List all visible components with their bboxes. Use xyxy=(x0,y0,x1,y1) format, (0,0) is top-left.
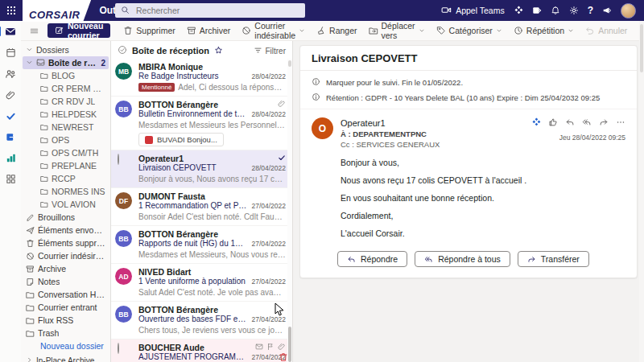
sidebar-item-elements-supprimes[interactable]: Éléments supprimés xyxy=(23,237,109,249)
files-attachment-icon[interactable] xyxy=(6,90,16,101)
sidebar-item-blog[interactable]: BLOG xyxy=(23,69,109,82)
toolbar-deplacer-vers[interactable]: Déplacer vers xyxy=(363,21,431,40)
filter-button[interactable]: Filtrer xyxy=(254,46,286,56)
whats-new-megaphone-icon[interactable] xyxy=(602,6,612,15)
sender-name[interactable]: Operateur1 xyxy=(341,117,531,130)
user-avatar[interactable] xyxy=(621,3,636,19)
list-item[interactable]: BOUCHER AudeAJUSTEMENT PROGRAMME JUIN222… xyxy=(111,339,292,362)
mail-module-icon[interactable] xyxy=(5,26,16,37)
list-scrollbar[interactable] xyxy=(287,59,292,362)
list-item[interactable]: BBBOTTON BérangèreRapports de nuit (HG) … xyxy=(111,226,292,264)
sidebar-item-courrier-entrant[interactable]: Courrier entrant xyxy=(23,301,109,314)
chev-icon xyxy=(26,46,33,53)
sidebar-item-courrier-indesirable[interactable]: Courrier indésirable xyxy=(23,249,109,262)
list-item[interactable]: MBMBIRA MoniqueRe Badge Instructeurs28/0… xyxy=(111,59,292,97)
compose-icon xyxy=(55,26,64,35)
sidebar-item-vol-avion[interactable]: VOL AVION xyxy=(23,198,109,211)
reply-all-icon[interactable] xyxy=(582,117,592,129)
app-shortcut-icon[interactable] xyxy=(6,132,16,142)
chev-icon xyxy=(419,27,425,34)
sidebar-item-trash[interactable]: Trash xyxy=(23,327,109,339)
list-item[interactable]: Operateur1Livraison CEPOVETT28/04/2022Bo… xyxy=(111,150,292,188)
message-date: 27/04/2022 xyxy=(251,278,286,286)
collapse-folder-pane-icon[interactable] xyxy=(24,26,44,36)
list-item[interactable]: ADNIVED Bidart1 Vente uniforme à populat… xyxy=(111,264,292,302)
sidebar-item-flux-rss[interactable]: Flux RSS xyxy=(23,314,109,327)
todo-icon xyxy=(6,111,16,121)
like-icon[interactable] xyxy=(548,117,558,129)
favorite-star-icon[interactable] xyxy=(214,46,223,56)
sidebar-item-rccp[interactable]: RCCP xyxy=(23,172,109,185)
sender-name: DUMONT Fausta xyxy=(138,191,286,201)
sidebar-item-ops-cm-th[interactable]: OPS CM/TH xyxy=(23,146,109,159)
todo-check-icon[interactable] xyxy=(6,111,16,121)
toolbar-courrier-indesirable[interactable]: Courrier indésirable xyxy=(236,21,311,40)
attachment-chip[interactable]: BUVADI Bonjou... xyxy=(138,133,224,146)
list-item[interactable]: BBBOTTON BérangèreOuverture des bases FD… xyxy=(111,302,292,339)
toolbar-repetition[interactable]: Répétition xyxy=(508,21,580,40)
toolbar-categoriser[interactable]: Catégoriser xyxy=(431,21,508,40)
search-input[interactable] xyxy=(134,5,275,16)
select-circle[interactable] xyxy=(118,343,119,354)
toolbar-ranger[interactable]: Ranger xyxy=(311,21,362,40)
like-icon xyxy=(548,117,558,127)
circlecheck-icon xyxy=(118,45,127,55)
star-icon xyxy=(214,46,223,55)
sidebar-item-cr-perm-pnc[interactable]: CR PERM PNC xyxy=(23,82,109,95)
sidebar-item-preplane[interactable]: PREPLANE xyxy=(23,159,109,172)
in-place-archive[interactable]: In-Place Archive -M'HARI Adel xyxy=(23,354,109,362)
list-item[interactable]: DFDUMONT Fausta1 Recommandation QP et PN… xyxy=(111,188,292,226)
planner-app-icon[interactable] xyxy=(6,153,16,163)
sidebar-item-inbox[interactable]: Boîte de réception 2 xyxy=(23,56,109,69)
select-all-icon[interactable] xyxy=(118,45,127,56)
sidebar-item-helpdesk[interactable]: HELPDESK xyxy=(23,108,109,121)
sidebar-item-cr-rdv-jl[interactable]: CR RDV JL xyxy=(23,95,109,108)
apparrow-icon xyxy=(6,132,16,142)
list-item[interactable]: BBBOTTON BérangèreBulletin Environnement… xyxy=(111,97,292,150)
repondre-button[interactable]: Répondre xyxy=(337,251,407,267)
teams-app-icon[interactable] xyxy=(514,6,523,15)
toolbar-annuler[interactable]: Annuler xyxy=(580,21,633,40)
topbar-actions: Appel Teams ? xyxy=(441,3,644,19)
reply-icon xyxy=(565,117,575,127)
sidebar-item-newrest[interactable]: NEWREST xyxy=(23,121,109,134)
app-launcher-icon[interactable] xyxy=(0,0,23,21)
help-icon[interactable]: ? xyxy=(588,5,593,16)
forward-icon[interactable] xyxy=(599,117,609,129)
people-module-icon[interactable] xyxy=(5,68,16,80)
teams-call-button[interactable]: Appel Teams xyxy=(441,5,505,17)
sidebar-item-elements-envoyes[interactable]: Éléments envoyés xyxy=(23,224,109,237)
search-box[interactable] xyxy=(115,3,305,18)
folders-header[interactable]: Dossiers xyxy=(23,43,109,56)
sidebar-item-notes[interactable]: Notes xyxy=(23,275,109,288)
sidebar-item-archive[interactable]: Archive xyxy=(23,262,109,275)
sender-avatar[interactable]: O xyxy=(312,117,333,139)
toolbar-supprimer[interactable]: Supprimer xyxy=(118,21,180,40)
message-date: 28/04/2022 xyxy=(251,110,286,118)
new-folder-link[interactable]: Nouveau dossier xyxy=(23,339,109,352)
sidebar-item-normes-ins[interactable]: NORMES INS xyxy=(23,185,109,198)
repondre-a-tous-button[interactable]: Répondre à tous xyxy=(415,251,510,267)
avatar: MB xyxy=(115,63,132,80)
clip-icon xyxy=(278,343,286,351)
avatar: BB xyxy=(115,101,132,117)
new-mail-button[interactable]: Nouveau courrier xyxy=(47,23,110,38)
calendar-module-icon[interactable] xyxy=(6,47,16,58)
notifications-bell-icon[interactable] xyxy=(551,6,560,15)
page-scrollbar[interactable] xyxy=(639,21,644,362)
addin-apps-icon[interactable] xyxy=(531,117,541,129)
sidebar-item-conversation-history[interactable]: Conversation History xyxy=(23,288,109,301)
transferer-button[interactable]: Transférer xyxy=(518,251,589,267)
sidebar-item-brouillons[interactable]: Brouillons xyxy=(23,211,109,224)
reply-icon[interactable] xyxy=(565,117,575,129)
settings-gear-icon[interactable] xyxy=(569,6,579,15)
chev-icon xyxy=(568,27,574,34)
more-options-icon[interactable] xyxy=(616,117,625,129)
select-circle[interactable] xyxy=(118,154,119,165)
sidebar-item-ops[interactable]: OPS xyxy=(23,134,109,146)
more-apps-icon[interactable] xyxy=(6,174,16,184)
share-app-icon[interactable] xyxy=(532,6,542,15)
toolbar-archiver[interactable]: Archiver xyxy=(181,21,237,40)
note-icon xyxy=(26,278,35,286)
planner-icon xyxy=(6,153,16,163)
